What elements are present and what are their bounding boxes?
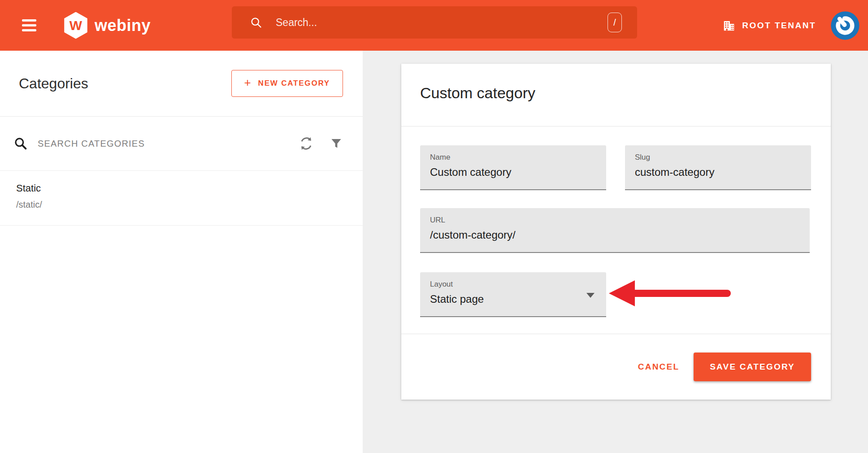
logo-wordmark: webiny	[95, 16, 151, 35]
filter-icon	[330, 137, 343, 150]
layout-select[interactable]: Layout Static page	[420, 272, 606, 317]
category-list-item[interactable]: Static /static/	[0, 171, 363, 226]
menu-icon[interactable]	[22, 17, 36, 35]
arrow-shaft	[633, 290, 731, 297]
slug-field[interactable]: Slug	[625, 145, 811, 190]
form-title: Custom category	[420, 84, 812, 102]
annotation-arrow	[609, 280, 732, 306]
categories-search-row	[0, 117, 363, 171]
categories-list-panel: Categories + NEW CATEGORY	[0, 51, 363, 453]
building-icon	[722, 19, 736, 32]
category-detail-panel: Custom category Name Slug URL Layout Sta…	[363, 51, 868, 453]
slug-label: Slug	[635, 153, 801, 162]
webiny-hexagon-icon: W	[63, 12, 88, 39]
categories-header: Categories + NEW CATEGORY	[0, 51, 363, 117]
new-category-button[interactable]: + NEW CATEGORY	[231, 70, 343, 97]
url-label: URL	[430, 216, 800, 225]
tenant-selector[interactable]: ROOT TENANT	[722, 19, 816, 32]
category-url: /static/	[16, 200, 363, 210]
search-icon	[250, 16, 262, 29]
layout-selected-value: Static page	[430, 293, 596, 305]
new-category-label: NEW CATEGORY	[258, 79, 330, 88]
slash-shortcut-key: /	[608, 13, 622, 32]
plus-icon: +	[244, 76, 252, 90]
refresh-button[interactable]	[298, 135, 314, 152]
tenant-label: ROOT TENANT	[742, 21, 816, 30]
form-footer: CANCEL SAVE CATEGORY	[401, 334, 831, 400]
category-name: Static	[16, 183, 363, 194]
name-input[interactable]	[430, 166, 596, 179]
url-input[interactable]	[430, 229, 800, 241]
gravatar-icon	[830, 11, 860, 40]
topbar-right-section: ROOT TENANT	[722, 0, 860, 51]
category-form-card: Custom category Name Slug URL Layout Sta…	[401, 64, 831, 400]
top-app-bar: W webiny /	[0, 0, 868, 51]
url-field[interactable]: URL	[420, 208, 810, 253]
name-label: Name	[430, 153, 596, 162]
global-search-input[interactable]	[276, 17, 608, 29]
cancel-button[interactable]: CANCEL	[635, 357, 682, 376]
webiny-logo[interactable]: W webiny	[63, 12, 151, 39]
form-title-block: Custom category	[401, 64, 831, 126]
refresh-icon	[298, 135, 314, 152]
logo-initial: W	[69, 18, 82, 33]
categories-search-input[interactable]	[38, 139, 298, 149]
arrow-head-icon	[609, 280, 635, 306]
search-icon	[13, 136, 28, 151]
global-search-bar[interactable]: /	[232, 6, 637, 39]
user-avatar[interactable]	[830, 11, 860, 40]
filter-button[interactable]	[330, 137, 343, 150]
page-title: Categories	[19, 75, 88, 92]
slug-input[interactable]	[635, 166, 801, 179]
name-field[interactable]: Name	[420, 145, 606, 190]
save-category-button[interactable]: SAVE CATEGORY	[694, 353, 811, 381]
chevron-down-icon	[586, 293, 595, 298]
layout-label: Layout	[430, 280, 596, 289]
